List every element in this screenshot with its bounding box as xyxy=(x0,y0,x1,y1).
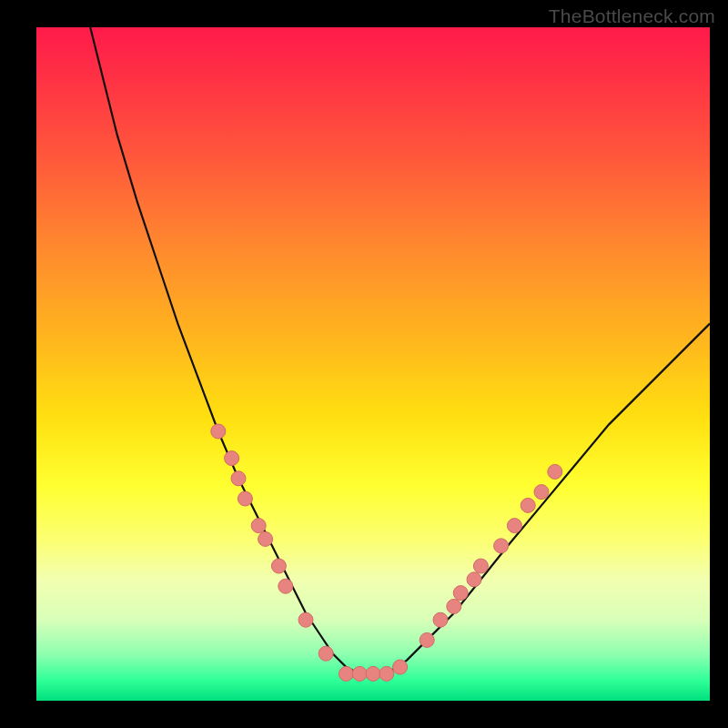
marker-dot xyxy=(379,666,394,681)
plot-area xyxy=(36,27,710,701)
marker-dot xyxy=(318,646,333,661)
marker-dot xyxy=(211,424,226,439)
marker-dot xyxy=(433,612,448,627)
marker-dot xyxy=(393,660,408,674)
bottleneck-curve xyxy=(90,27,710,673)
marker-dot xyxy=(420,632,434,647)
marker-dot xyxy=(453,586,468,601)
marker-dot xyxy=(521,498,535,512)
marker-dot xyxy=(278,579,293,593)
watermark-label: TheBottleneck.com xyxy=(549,5,715,27)
marker-dot xyxy=(231,471,246,486)
marker-dot xyxy=(251,519,266,533)
marker-dot xyxy=(548,464,562,479)
marker-dot xyxy=(473,559,488,573)
chart-frame: TheBottleneck.com xyxy=(0,0,728,728)
marker-dot xyxy=(534,485,549,500)
curve-layer xyxy=(36,27,710,701)
marker-dot xyxy=(271,559,286,573)
marker-dot xyxy=(467,572,481,587)
marker-dot xyxy=(447,599,461,613)
marker-dot xyxy=(339,666,353,681)
marker-dot xyxy=(366,666,380,681)
marker-dot xyxy=(494,539,509,553)
marker-dot xyxy=(507,519,521,533)
marker-dot xyxy=(298,612,313,627)
marker-dots xyxy=(211,424,562,681)
marker-dot xyxy=(225,451,239,466)
marker-dot xyxy=(352,666,367,681)
marker-dot xyxy=(238,491,252,506)
marker-dot xyxy=(258,531,273,546)
